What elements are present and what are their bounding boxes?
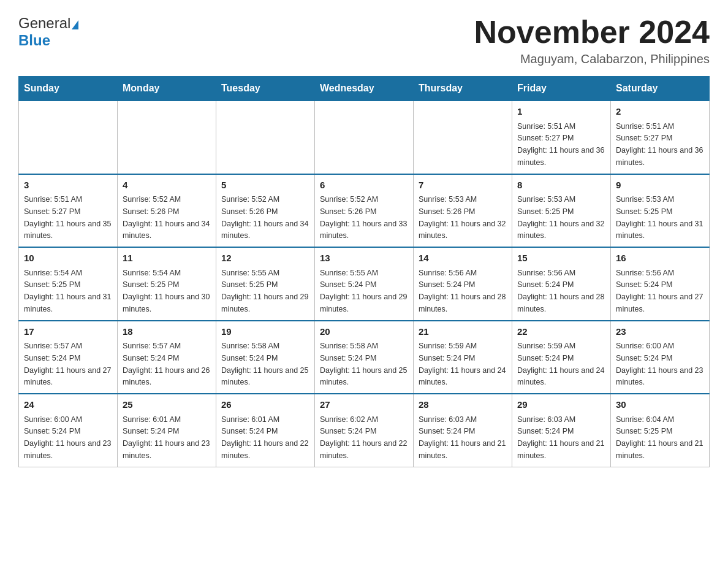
calendar-cell: 3Sunrise: 5:51 AMSunset: 5:27 PMDaylight… — [19, 174, 118, 248]
day-info: Sunrise: 6:00 AMSunset: 5:24 PMDaylight:… — [24, 415, 111, 460]
day-info: Sunrise: 5:56 AMSunset: 5:24 PMDaylight:… — [517, 269, 604, 313]
day-number: 4 — [123, 178, 211, 193]
calendar-cell: 28Sunrise: 6:03 AMSunset: 5:24 PMDayligh… — [414, 394, 512, 467]
calendar-cell: 13Sunrise: 5:55 AMSunset: 5:24 PMDayligh… — [315, 247, 414, 321]
calendar-header-monday: Monday — [118, 77, 216, 101]
calendar-cell: 1Sunrise: 5:51 AMSunset: 5:27 PMDaylight… — [512, 101, 611, 174]
calendar-header-row: SundayMondayTuesdayWednesdayThursdayFrid… — [19, 77, 710, 101]
calendar-cell: 22Sunrise: 5:59 AMSunset: 5:24 PMDayligh… — [512, 321, 611, 394]
day-number: 18 — [123, 325, 211, 339]
day-info: Sunrise: 6:03 AMSunset: 5:24 PMDaylight:… — [517, 415, 604, 460]
day-info: Sunrise: 5:56 AMSunset: 5:24 PMDaylight:… — [419, 269, 506, 313]
day-info: Sunrise: 5:54 AMSunset: 5:25 PMDaylight:… — [123, 269, 210, 313]
day-number: 21 — [419, 325, 507, 339]
calendar-cell: 14Sunrise: 5:56 AMSunset: 5:24 PMDayligh… — [414, 247, 512, 321]
day-info: Sunrise: 5:55 AMSunset: 5:24 PMDaylight:… — [320, 269, 407, 313]
calendar-cell — [216, 101, 315, 174]
calendar-cell — [19, 101, 118, 174]
logo-arrow-icon — [72, 20, 78, 29]
day-info: Sunrise: 6:01 AMSunset: 5:24 PMDaylight:… — [221, 415, 308, 460]
calendar-cell: 5Sunrise: 5:52 AMSunset: 5:26 PMDaylight… — [216, 174, 315, 248]
calendar-cell: 19Sunrise: 5:58 AMSunset: 5:24 PMDayligh… — [216, 321, 315, 394]
calendar-cell: 15Sunrise: 5:56 AMSunset: 5:24 PMDayligh… — [512, 247, 611, 321]
calendar-header-thursday: Thursday — [414, 77, 512, 101]
calendar-header-saturday: Saturday — [611, 77, 710, 101]
calendar-cell: 7Sunrise: 5:53 AMSunset: 5:26 PMDaylight… — [414, 174, 512, 248]
calendar-cell: 27Sunrise: 6:02 AMSunset: 5:24 PMDayligh… — [315, 394, 414, 467]
day-info: Sunrise: 5:52 AMSunset: 5:26 PMDaylight:… — [221, 195, 308, 240]
calendar-table: SundayMondayTuesdayWednesdayThursdayFrid… — [18, 76, 710, 467]
day-number: 14 — [419, 251, 507, 266]
day-info: Sunrise: 5:59 AMSunset: 5:24 PMDaylight:… — [517, 342, 604, 386]
calendar-cell: 8Sunrise: 5:53 AMSunset: 5:25 PMDaylight… — [512, 174, 611, 248]
day-number: 2 — [616, 105, 704, 119]
day-info: Sunrise: 5:55 AMSunset: 5:25 PMDaylight:… — [221, 269, 308, 313]
day-info: Sunrise: 5:58 AMSunset: 5:24 PMDaylight:… — [221, 342, 308, 386]
day-number: 22 — [517, 325, 605, 339]
day-info: Sunrise: 6:03 AMSunset: 5:24 PMDaylight:… — [419, 415, 506, 460]
header: General Blue November 2024 Maguyam, Cala… — [18, 15, 710, 66]
calendar-cell: 29Sunrise: 6:03 AMSunset: 5:24 PMDayligh… — [512, 394, 611, 467]
calendar-cell: 2Sunrise: 5:51 AMSunset: 5:27 PMDaylight… — [611, 101, 710, 174]
day-number: 7 — [419, 178, 507, 193]
calendar-cell: 4Sunrise: 5:52 AMSunset: 5:26 PMDaylight… — [118, 174, 216, 248]
calendar-cell: 21Sunrise: 5:59 AMSunset: 5:24 PMDayligh… — [414, 321, 512, 394]
day-info: Sunrise: 5:52 AMSunset: 5:26 PMDaylight:… — [123, 195, 210, 240]
calendar-cell: 11Sunrise: 5:54 AMSunset: 5:25 PMDayligh… — [118, 247, 216, 321]
day-number: 16 — [616, 251, 704, 266]
day-number: 13 — [320, 251, 408, 266]
day-info: Sunrise: 5:51 AMSunset: 5:27 PMDaylight:… — [24, 195, 111, 240]
day-number: 23 — [616, 325, 704, 339]
day-number: 30 — [616, 398, 704, 412]
day-info: Sunrise: 5:53 AMSunset: 5:26 PMDaylight:… — [419, 195, 506, 240]
day-number: 10 — [24, 251, 112, 266]
calendar-cell: 30Sunrise: 6:04 AMSunset: 5:25 PMDayligh… — [611, 394, 710, 467]
calendar-header-sunday: Sunday — [19, 77, 118, 101]
calendar-header-wednesday: Wednesday — [315, 77, 414, 101]
month-title: November 2024 — [474, 15, 710, 50]
day-info: Sunrise: 5:57 AMSunset: 5:24 PMDaylight:… — [123, 342, 210, 386]
calendar-week-row: 10Sunrise: 5:54 AMSunset: 5:25 PMDayligh… — [19, 247, 710, 321]
calendar-cell: 6Sunrise: 5:52 AMSunset: 5:26 PMDaylight… — [315, 174, 414, 248]
logo: General Blue — [18, 15, 78, 49]
title-area: November 2024 Maguyam, Calabarzon, Phili… — [474, 15, 710, 66]
logo-blue-text: Blue — [18, 32, 50, 49]
day-info: Sunrise: 5:51 AMSunset: 5:27 PMDaylight:… — [616, 122, 703, 167]
calendar-cell: 12Sunrise: 5:55 AMSunset: 5:25 PMDayligh… — [216, 247, 315, 321]
day-number: 1 — [517, 105, 605, 119]
day-info: Sunrise: 5:59 AMSunset: 5:24 PMDaylight:… — [419, 342, 506, 386]
day-number: 11 — [123, 251, 211, 266]
calendar-cell — [414, 101, 512, 174]
calendar-cell: 17Sunrise: 5:57 AMSunset: 5:24 PMDayligh… — [19, 321, 118, 394]
calendar-cell: 25Sunrise: 6:01 AMSunset: 5:24 PMDayligh… — [118, 394, 216, 467]
day-number: 6 — [320, 178, 408, 193]
day-info: Sunrise: 5:58 AMSunset: 5:24 PMDaylight:… — [320, 342, 407, 386]
location-subtitle: Maguyam, Calabarzon, Philippines — [474, 52, 710, 66]
day-number: 26 — [221, 398, 309, 412]
calendar-cell — [118, 101, 216, 174]
calendar-cell: 18Sunrise: 5:57 AMSunset: 5:24 PMDayligh… — [118, 321, 216, 394]
calendar-week-row: 24Sunrise: 6:00 AMSunset: 5:24 PMDayligh… — [19, 394, 710, 467]
day-number: 8 — [517, 178, 605, 193]
calendar-week-row: 1Sunrise: 5:51 AMSunset: 5:27 PMDaylight… — [19, 101, 710, 174]
day-info: Sunrise: 5:56 AMSunset: 5:24 PMDaylight:… — [616, 269, 703, 313]
day-number: 9 — [616, 178, 704, 193]
day-number: 24 — [24, 398, 112, 412]
day-info: Sunrise: 5:52 AMSunset: 5:26 PMDaylight:… — [320, 195, 407, 240]
day-number: 5 — [221, 178, 309, 193]
calendar-cell: 20Sunrise: 5:58 AMSunset: 5:24 PMDayligh… — [315, 321, 414, 394]
logo-general-text: General — [18, 15, 70, 32]
day-number: 19 — [221, 325, 309, 339]
day-info: Sunrise: 5:57 AMSunset: 5:24 PMDaylight:… — [24, 342, 111, 386]
day-info: Sunrise: 6:02 AMSunset: 5:24 PMDaylight:… — [320, 415, 407, 460]
day-info: Sunrise: 6:00 AMSunset: 5:24 PMDaylight:… — [616, 342, 703, 386]
day-number: 29 — [517, 398, 605, 412]
day-info: Sunrise: 5:51 AMSunset: 5:27 PMDaylight:… — [517, 122, 604, 167]
day-info: Sunrise: 5:53 AMSunset: 5:25 PMDaylight:… — [616, 195, 703, 240]
calendar-cell: 9Sunrise: 5:53 AMSunset: 5:25 PMDaylight… — [611, 174, 710, 248]
calendar-cell: 26Sunrise: 6:01 AMSunset: 5:24 PMDayligh… — [216, 394, 315, 467]
day-number: 20 — [320, 325, 408, 339]
day-info: Sunrise: 6:04 AMSunset: 5:25 PMDaylight:… — [616, 415, 703, 460]
calendar-header-tuesday: Tuesday — [216, 77, 315, 101]
calendar-week-row: 17Sunrise: 5:57 AMSunset: 5:24 PMDayligh… — [19, 321, 710, 394]
